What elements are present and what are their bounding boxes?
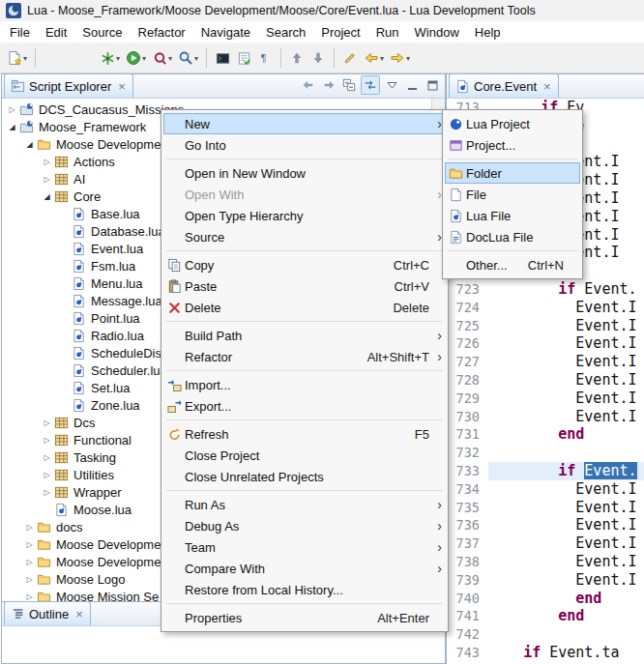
submenu-item-other[interactable]: Other...Ctrl+N (445, 254, 580, 275)
collapse-all-icon[interactable] (340, 76, 358, 94)
submenu-item-project[interactable]: Project... (445, 134, 580, 156)
dropdown-arrow-icon[interactable]: ▾ (116, 54, 120, 63)
expanded-arrow-icon[interactable]: ◢ (6, 123, 18, 131)
dropdown-arrow-icon[interactable]: ▾ (194, 54, 198, 63)
dropdown-arrow-icon[interactable]: ▾ (380, 54, 384, 63)
submenu-item-folder[interactable]: Folder (445, 162, 580, 184)
toolbar-button-last-edit[interactable] (339, 46, 361, 70)
menu-separator (166, 603, 443, 604)
menu-item-run-as[interactable]: Run As› (163, 494, 446, 515)
back-history-icon[interactable] (300, 76, 317, 94)
menu-item-build-path[interactable]: Build Path› (163, 325, 446, 346)
project-icon (18, 101, 34, 117)
menubar: FileEditSourceRefactorNavigateSearchProj… (0, 21, 644, 43)
menu-item-compare-with[interactable]: Compare With› (163, 558, 446, 579)
dropdown-arrow-icon[interactable]: ▾ (406, 54, 410, 63)
toolbar-button-back[interactable]: ▾ (361, 46, 387, 70)
code-line: 726 Event.I (447, 334, 644, 353)
menu-item-refresh[interactable]: RefreshF5 (163, 423, 446, 445)
dropdown-arrow-icon[interactable]: ▾ (142, 54, 146, 63)
menubar-item-help[interactable]: Help (467, 23, 509, 42)
menubar-item-window[interactable]: Window (407, 23, 467, 42)
collapsed-arrow-icon[interactable]: ▷ (23, 558, 36, 566)
collapsed-arrow-icon[interactable]: ▷ (41, 453, 53, 462)
dropdown-arrow-icon[interactable]: ▾ (23, 54, 27, 63)
dropdown-arrow-icon[interactable]: ▾ (168, 54, 172, 63)
submenu-item-lua-file[interactable]: Lua File (445, 205, 580, 226)
close-icon[interactable]: × (543, 80, 551, 93)
collapsed-arrow-icon[interactable]: ▷ (41, 175, 53, 184)
toolbar-button-debug[interactable]: ▾ (97, 46, 123, 70)
collapsed-arrow-icon[interactable]: ▷ (41, 419, 53, 427)
menubar-item-navigate[interactable]: Navigate (193, 23, 258, 42)
menu-item-source[interactable]: Source› (163, 226, 446, 247)
tree-item-label: Actions (73, 155, 115, 169)
collapsed-arrow-icon[interactable]: ▷ (41, 436, 53, 445)
menubar-item-project[interactable]: Project (313, 23, 367, 42)
menu-item-restore-from-local-history[interactable]: Restore from Local History... (163, 579, 446, 600)
toolbar-button-next-annotation[interactable] (307, 46, 329, 70)
collapsed-arrow-icon[interactable]: ▷ (6, 105, 18, 114)
collapsed-arrow-icon[interactable]: ▷ (23, 523, 36, 532)
tree-item-label: Moose Mission Se (56, 590, 159, 602)
menu-item-refactor[interactable]: RefactorAlt+Shift+T› (163, 346, 446, 367)
toolbar-button-prev-annotation[interactable] (286, 46, 307, 70)
menubar-item-search[interactable]: Search (258, 23, 313, 42)
code-text: Event.I (488, 353, 644, 371)
expanded-arrow-icon[interactable]: ◢ (23, 140, 36, 149)
forward-history-icon[interactable] (320, 76, 337, 94)
menu-item-close-project[interactable]: Close Project (163, 445, 446, 466)
collapsed-arrow-icon[interactable]: ▷ (23, 575, 36, 584)
submenu-item-lua-project[interactable]: Lua Project (445, 113, 580, 134)
view-menu-icon[interactable] (383, 76, 400, 94)
submenu-item-file[interactable]: File (445, 184, 580, 205)
toolbar-button-coverage[interactable]: ▾ (149, 46, 175, 70)
close-icon[interactable]: × (118, 80, 126, 93)
close-icon[interactable]: × (75, 608, 83, 621)
menu-item-close-unrelated-projects[interactable]: Close Unrelated Projects (163, 466, 446, 487)
menu-item-go-into[interactable]: Go Into (163, 134, 446, 156)
tab-core-event[interactable]: Core.Event × (449, 73, 559, 98)
tab-outline[interactable]: Outline × (4, 601, 91, 625)
collapsed-arrow-icon[interactable]: ▷ (41, 488, 53, 497)
toolbar-button-task[interactable] (233, 46, 254, 70)
menubar-item-edit[interactable]: Edit (38, 23, 74, 42)
collapsed-arrow-icon[interactable]: ▷ (23, 540, 36, 549)
menubar-item-file[interactable]: File (2, 23, 38, 42)
toolbar-button-search[interactable]: ▾ (175, 46, 201, 70)
menu-item-new[interactable]: New› (163, 113, 446, 134)
toolbar-button-run[interactable]: ▾ (123, 46, 149, 70)
expanded-arrow-icon[interactable]: ◢ (41, 192, 53, 201)
menu-item-debug-as[interactable]: Debug As› (163, 515, 446, 536)
menubar-item-source[interactable]: Source (74, 23, 130, 42)
submenu-item-doclua-file[interactable]: DocLua File (445, 226, 580, 247)
tree-item-label: Tasking (73, 450, 116, 465)
menu-item-team[interactable]: Team› (163, 536, 446, 558)
menubar-item-refactor[interactable]: Refactor (131, 23, 193, 42)
menu-item-delete[interactable]: DeleteDelete (163, 297, 446, 318)
toolbar-button-new-wizard[interactable]: ▾ (4, 46, 30, 70)
minimize-icon[interactable] (403, 76, 421, 94)
tab-script-explorer[interactable]: Script Explorer × (4, 73, 133, 98)
menu-item-open-in-new-window[interactable]: Open in New Window (163, 162, 446, 184)
menu-item-export[interactable]: Export... (163, 395, 446, 417)
code-text: Event.I (488, 499, 644, 517)
menu-item-import[interactable]: Import... (163, 374, 446, 395)
collapsed-arrow-icon[interactable]: ▷ (41, 158, 53, 166)
collapsed-arrow-icon[interactable]: ▷ (41, 471, 53, 479)
toolbar-button-whitespace[interactable]: ¶ (254, 46, 276, 70)
code-text: end (488, 607, 644, 625)
menubar-item-run[interactable]: Run (368, 23, 407, 42)
menu-item-properties[interactable]: PropertiesAlt+Enter (163, 607, 446, 628)
maximize-icon[interactable] (424, 76, 441, 94)
menu-item-open-type-hierarchy[interactable]: Open Type Hierarchy (163, 205, 446, 226)
code-text: Event.I (488, 534, 644, 553)
menu-item-copy[interactable]: CopyCtrl+C (163, 254, 446, 275)
link-with-editor-icon[interactable] (361, 75, 380, 95)
menu-item-paste[interactable]: PasteCtrl+V (163, 275, 446, 297)
submenu-arrow-icon: › (433, 539, 446, 555)
toolbar-button-console[interactable] (212, 46, 233, 70)
collapsed-arrow-icon[interactable]: ▷ (23, 592, 36, 601)
toolbar-button-forward[interactable]: ▾ (387, 46, 413, 70)
menu-item-label: Compare With (185, 562, 433, 576)
